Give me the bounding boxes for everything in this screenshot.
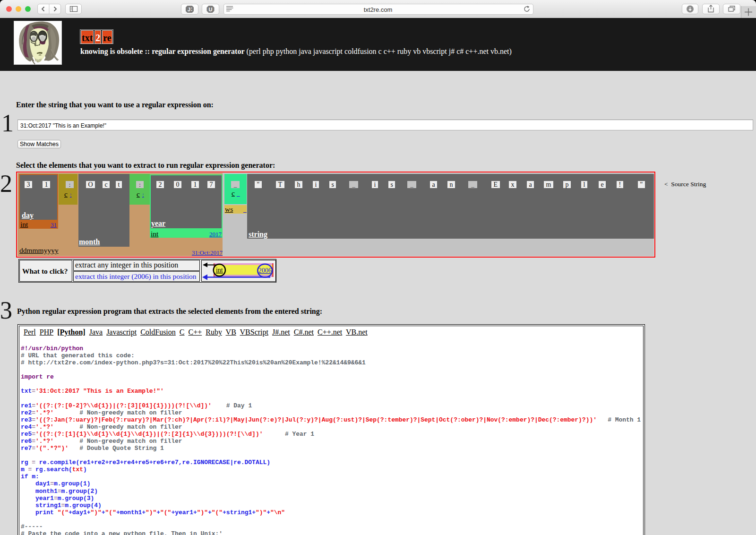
svg-text:int: int bbox=[216, 267, 223, 274]
svg-text:2006: 2006 bbox=[258, 267, 272, 274]
